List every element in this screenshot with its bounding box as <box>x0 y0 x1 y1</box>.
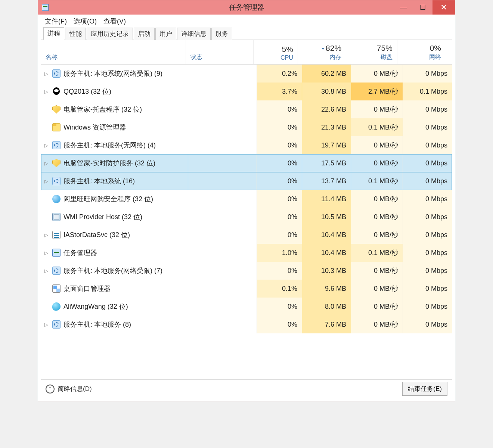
tab-6[interactable]: 服务 <box>211 28 232 40</box>
net-cell: 0 Mbps <box>403 262 452 280</box>
col-mem-header[interactable]: ▾82% 内存 <box>298 40 346 64</box>
col-cpu-header[interactable]: 5% CPU <box>254 40 298 64</box>
disk-cell: 0 MB/秒 <box>351 280 403 298</box>
table-body[interactable]: ▷服务主机: 本地系统(网络受限) (9)0.2%60.2 MB0 MB/秒0 … <box>41 65 452 379</box>
footer: ⌃ 简略信息(D) 结束任务(E) <box>41 379 452 398</box>
process-icon <box>52 105 61 113</box>
status-cell <box>188 83 257 100</box>
tab-5[interactable]: 详细信息 <box>177 28 211 40</box>
status-cell <box>188 315 257 333</box>
table-row[interactable]: ▷服务主机: 本地服务(无网络) (4)0%19.7 MB0 MB/秒0 Mbp… <box>41 136 452 154</box>
table-row[interactable]: ▷服务主机: 本地服务 (8)0%7.6 MB0 MB/秒0 Mbps <box>41 315 452 333</box>
table-row[interactable]: ▷服务主机: 本地服务(网络受限) (7)0%10.3 MB0 MB/秒0 Mb… <box>41 262 452 280</box>
mem-cell: 22.6 MB <box>302 100 351 118</box>
cpu-cell: 0.1% <box>257 280 302 298</box>
mem-cell: 11.4 MB <box>302 190 351 208</box>
table-row[interactable]: Windows 资源管理器0%21.3 MB0.1 MB/秒0 Mbps <box>41 118 452 136</box>
tab-1[interactable]: 性能 <box>65 28 86 40</box>
close-button[interactable]: ✕ <box>432 0 455 15</box>
expander-icon[interactable]: ▷ <box>43 232 49 238</box>
status-cell <box>188 172 257 190</box>
expander-icon[interactable]: ▷ <box>43 143 49 148</box>
net-cell: 0 Mbps <box>403 280 452 298</box>
disk-cell: 0 MB/秒 <box>351 226 403 244</box>
net-cell: 0 Mbps <box>403 244 452 262</box>
menu-view[interactable]: 查看(V) <box>103 17 126 26</box>
task-manager-window: 任务管理器 — ☐ ✕ 文件(F) 选项(O) 查看(V) 进程性能应用历史记录… <box>38 0 455 401</box>
cpu-cell: 0% <box>257 298 302 315</box>
mem-cell: 30.8 MB <box>302 83 351 100</box>
process-icon <box>52 177 61 185</box>
window-title: 任务管理器 <box>38 3 455 12</box>
disk-cell: 0 MB/秒 <box>351 100 403 118</box>
expander-icon[interactable]: ▷ <box>43 89 49 94</box>
table-row[interactable]: 电脑管家-托盘程序 (32 位)0%22.6 MB0 MB/秒0 Mbps <box>41 100 452 118</box>
mem-total: ▾82% <box>322 44 341 53</box>
titlebar[interactable]: 任务管理器 — ☐ ✕ <box>38 0 455 15</box>
fewer-details-label: 简略信息(D) <box>58 385 92 393</box>
maximize-button[interactable]: ☐ <box>413 0 432 15</box>
status-cell <box>188 190 257 208</box>
menu-options[interactable]: 选项(O) <box>74 17 97 26</box>
col-net-header[interactable]: 0% 网络 <box>397 40 446 64</box>
menu-file[interactable]: 文件(F) <box>45 17 67 26</box>
expander-icon[interactable]: ▷ <box>43 322 49 327</box>
cpu-cell: 0% <box>257 190 302 208</box>
table-row[interactable]: ▷QQ2013 (32 位)3.7%30.8 MB2.7 MB/秒0.1 Mbp… <box>41 83 452 100</box>
tab-0[interactable]: 进程 <box>43 27 64 40</box>
process-icon <box>52 284 61 293</box>
net-cell: 0 Mbps <box>403 172 452 190</box>
mem-label: 内存 <box>329 53 341 61</box>
process-name: 服务主机: 本地系统(网络受限) (9) <box>63 69 162 78</box>
status-cell <box>188 226 257 244</box>
net-cell: 0 Mbps <box>403 298 452 315</box>
process-icon <box>52 302 61 311</box>
cpu-cell: 0% <box>257 118 302 136</box>
process-table: 名称 状态 5% CPU ▾82% 内存 75% 磁盘 0% <box>41 40 452 379</box>
mem-cell: 10.4 MB <box>302 244 351 262</box>
expander-icon[interactable]: ▷ <box>43 178 49 184</box>
table-row[interactable]: 桌面窗口管理器0.1%9.6 MB0 MB/秒0 Mbps <box>41 280 452 298</box>
cpu-total: 5% <box>282 45 293 54</box>
table-row[interactable]: AliWangWang (32 位)0%8.0 MB0 MB/秒0 Mbps <box>41 298 452 315</box>
col-status-label[interactable]: 状态 <box>190 53 202 61</box>
expander-icon[interactable]: ▷ <box>43 250 49 256</box>
cpu-cell: 0% <box>257 136 302 154</box>
tab-2[interactable]: 应用历史记录 <box>87 28 133 40</box>
col-disk-header[interactable]: 75% 磁盘 <box>346 40 397 64</box>
cpu-cell: 0% <box>257 262 302 280</box>
cpu-cell: 0% <box>257 208 302 226</box>
expander-icon[interactable]: ▷ <box>43 268 49 274</box>
net-cell: 0 Mbps <box>403 118 452 136</box>
process-name: 阿里旺旺网购安全程序 (32 位) <box>63 195 153 203</box>
table-row[interactable]: ▷任务管理器1.0%10.4 MB0.1 MB/秒0 Mbps <box>41 244 452 262</box>
disk-cell: 0 MB/秒 <box>351 298 403 315</box>
table-row[interactable]: 阿里旺旺网购安全程序 (32 位)0%11.4 MB0 MB/秒0 Mbps <box>41 190 452 208</box>
table-header: 名称 状态 5% CPU ▾82% 内存 75% 磁盘 0% <box>41 40 452 65</box>
process-name: QQ2013 (32 位) <box>63 87 111 96</box>
process-name: Windows 资源管理器 <box>63 123 126 132</box>
disk-cell: 0 MB/秒 <box>351 262 403 280</box>
table-row[interactable]: ▷电脑管家-实时防护服务 (32 位)0%17.5 MB0 MB/秒0 Mbps <box>41 154 452 172</box>
expander-icon[interactable]: ▷ <box>43 161 49 166</box>
tab-3[interactable]: 启动 <box>134 28 155 40</box>
table-row[interactable]: WMI Provider Host (32 位)0%10.5 MB0 MB/秒0… <box>41 208 452 226</box>
table-row[interactable]: ▷服务主机: 本地系统(网络受限) (9)0.2%60.2 MB0 MB/秒0 … <box>41 65 452 83</box>
process-icon <box>52 87 61 96</box>
net-cell: 0 Mbps <box>403 208 452 226</box>
end-task-button[interactable]: 结束任务(E) <box>402 382 447 396</box>
col-name-label[interactable]: 名称 <box>46 53 58 61</box>
status-cell <box>188 118 257 136</box>
fewer-details-button[interactable]: ⌃ 简略信息(D) <box>46 385 92 393</box>
status-cell <box>188 262 257 280</box>
mem-cell: 13.7 MB <box>302 172 351 190</box>
table-row[interactable]: ▷IAStorDataSvc (32 位)0%10.4 MB0 MB/秒0 Mb… <box>41 226 452 244</box>
table-row[interactable]: ▷服务主机: 本地系统 (16)0%13.7 MB0.1 MB/秒0 Mbps <box>41 172 452 190</box>
cpu-cell: 0% <box>257 100 302 118</box>
tab-4[interactable]: 用户 <box>155 28 176 40</box>
tabstrip: 进程性能应用历史记录启动用户详细信息服务 <box>41 27 452 40</box>
minimize-button[interactable]: — <box>394 0 413 15</box>
expander-icon[interactable]: ▷ <box>43 71 49 77</box>
net-cell: 0 Mbps <box>403 136 452 154</box>
disk-cell: 0 MB/秒 <box>351 136 403 154</box>
